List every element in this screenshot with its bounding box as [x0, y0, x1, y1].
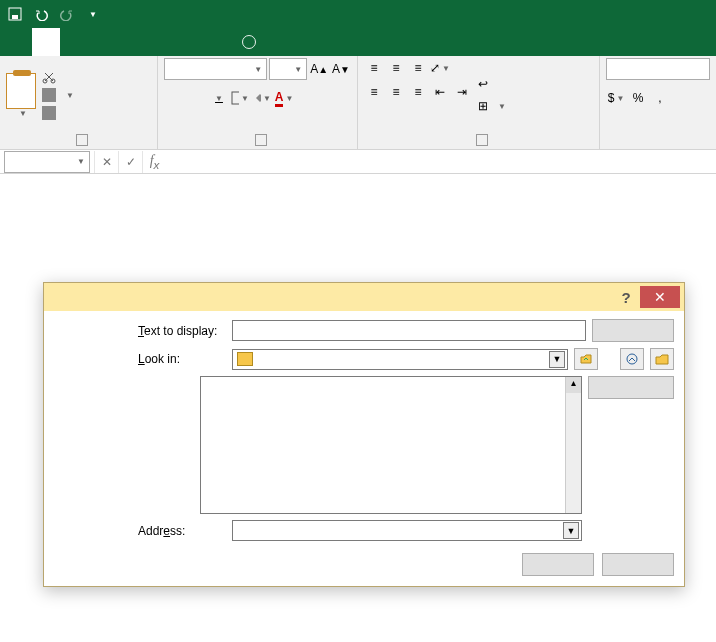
name-box[interactable]: ▼: [4, 151, 90, 173]
insert-hyperlink-dialog: ? ✕ Text to display: Look in: ▼: [43, 282, 685, 587]
cut-button[interactable]: [40, 69, 76, 85]
save-icon[interactable]: [4, 3, 26, 25]
increase-indent-icon[interactable]: ⇥: [452, 82, 472, 102]
ribbon: ▼ ▼ ▼ ▼ A▲ A▼ ▼ ▼ ▼ A▼: [0, 56, 716, 150]
italic-button[interactable]: [186, 88, 206, 108]
qat-customize-icon[interactable]: ▼: [82, 3, 104, 25]
folder-icon: [237, 352, 253, 366]
comma-icon[interactable]: ,: [650, 88, 670, 108]
quick-access-toolbar: ▼: [4, 3, 104, 25]
percent-icon[interactable]: %: [628, 88, 648, 108]
close-icon[interactable]: ✕: [640, 286, 680, 308]
underline-button[interactable]: ▼: [208, 88, 228, 108]
copy-icon: [42, 88, 56, 102]
copy-button[interactable]: ▼: [40, 87, 76, 103]
text-to-display-input[interactable]: [232, 320, 586, 341]
font-size-combo[interactable]: ▼: [269, 58, 307, 80]
ribbon-tabs: [0, 28, 716, 56]
scroll-up-icon[interactable]: ▴: [566, 377, 581, 393]
orientation-icon[interactable]: ⤢▼: [430, 58, 450, 78]
font-color-button[interactable]: A▼: [274, 88, 294, 108]
chevron-down-icon[interactable]: ▼: [549, 351, 565, 368]
text-to-display-label: Text to display:: [138, 324, 226, 338]
brush-icon: [42, 106, 56, 120]
number-format-combo[interactable]: [606, 58, 710, 80]
wrap-text-button[interactable]: ↩: [476, 76, 508, 92]
tab-home[interactable]: [32, 28, 60, 56]
file-list[interactable]: ▴: [200, 376, 582, 514]
title-bar: ▼: [0, 0, 716, 28]
formula-bar: ▼ ✕ ✓ fx: [0, 150, 716, 174]
tab-data[interactable]: [144, 28, 172, 56]
bookmark-button[interactable]: [588, 376, 674, 399]
format-painter-button[interactable]: [40, 105, 76, 121]
chevron-down-icon[interactable]: ▼: [563, 522, 579, 539]
enter-formula-icon[interactable]: ✓: [118, 151, 142, 173]
svg-point-5: [627, 354, 637, 364]
redo-icon[interactable]: [56, 3, 78, 25]
tab-page-layout[interactable]: [88, 28, 116, 56]
bold-button[interactable]: [164, 88, 184, 108]
borders-button[interactable]: ▼: [230, 88, 250, 108]
tell-me[interactable]: [228, 28, 274, 56]
address-label: Address:: [138, 524, 226, 538]
look-in-combo[interactable]: ▼: [232, 349, 568, 370]
align-top-icon[interactable]: ≡: [364, 58, 384, 78]
up-folder-icon[interactable]: [574, 348, 598, 370]
bucket-icon: [253, 91, 261, 105]
browse-web-icon[interactable]: [620, 348, 644, 370]
tab-view[interactable]: [200, 28, 228, 56]
tab-formulas[interactable]: [116, 28, 144, 56]
tab-file[interactable]: [4, 28, 32, 56]
tab-insert[interactable]: [60, 28, 88, 56]
dialog-titlebar[interactable]: ? ✕: [44, 283, 684, 311]
align-middle-icon[interactable]: ≡: [386, 58, 406, 78]
fx-icon[interactable]: fx: [142, 151, 166, 173]
align-right-icon[interactable]: ≡: [408, 82, 428, 102]
border-icon: [231, 91, 239, 105]
clipboard-launcher-icon[interactable]: [76, 134, 88, 146]
align-center-icon[interactable]: ≡: [386, 82, 406, 102]
address-combo[interactable]: ▼: [232, 520, 582, 541]
merge-center-button[interactable]: ⊞▼: [476, 98, 508, 114]
alignment-launcher-icon[interactable]: [476, 134, 488, 146]
scrollbar[interactable]: ▴: [565, 377, 581, 513]
decrease-indent-icon[interactable]: ⇤: [430, 82, 450, 102]
fill-color-button[interactable]: ▼: [252, 88, 272, 108]
align-left-icon[interactable]: ≡: [364, 82, 384, 102]
svg-rect-4: [232, 92, 239, 104]
merge-icon: ⊞: [478, 99, 488, 113]
increase-font-icon[interactable]: A▲: [309, 59, 329, 79]
align-bottom-icon[interactable]: ≡: [408, 58, 428, 78]
decrease-font-icon[interactable]: A▼: [331, 59, 351, 79]
font-name-combo[interactable]: ▼: [164, 58, 267, 80]
cancel-button[interactable]: [602, 553, 674, 576]
look-in-label: Look in:: [138, 352, 226, 366]
tab-review[interactable]: [172, 28, 200, 56]
group-alignment: ≡ ≡ ≡ ⤢▼ ≡ ≡ ≡ ⇤ ⇥ ↩ ⊞▼: [358, 56, 600, 149]
screentip-button[interactable]: [592, 319, 674, 342]
group-number: $▼ % ,: [600, 56, 716, 149]
ok-button[interactable]: [522, 553, 594, 576]
wrap-icon: ↩: [478, 77, 488, 91]
currency-icon[interactable]: $▼: [606, 88, 626, 108]
svg-rect-1: [12, 15, 18, 19]
browse-file-icon[interactable]: [650, 348, 674, 370]
font-launcher-icon[interactable]: [255, 134, 267, 146]
scissors-icon: [42, 70, 56, 84]
undo-icon[interactable]: [30, 3, 52, 25]
paste-icon: [6, 73, 36, 109]
cancel-formula-icon[interactable]: ✕: [94, 151, 118, 173]
help-icon[interactable]: ?: [612, 289, 640, 306]
lightbulb-icon: [242, 35, 256, 49]
group-clipboard: ▼ ▼: [0, 56, 158, 149]
paste-button[interactable]: ▼: [6, 58, 36, 132]
group-font: ▼ ▼ A▲ A▼ ▼ ▼ ▼ A▼: [158, 56, 358, 149]
